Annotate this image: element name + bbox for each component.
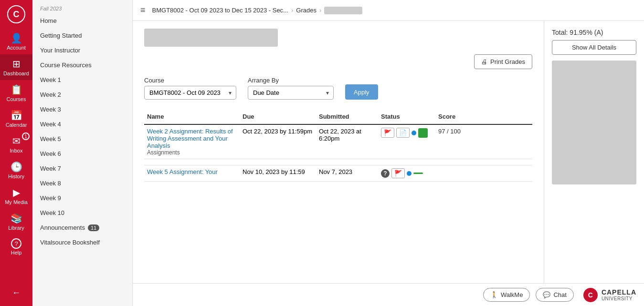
breadcrumb-bar: ≡ BMGT8002 - Oct 09 2023 to Dec 15 2023 … xyxy=(133,0,644,21)
total-grade: Total: 91.95% (A) xyxy=(552,29,636,36)
row2-status-cell: ? 🚩 xyxy=(378,165,435,182)
row1-assignment-type: Assignments xyxy=(147,149,237,156)
row2-status-icons: ? 🚩 xyxy=(381,168,433,178)
table-row: Week 5 Assignment: Your Nov 10, 2023 by … xyxy=(144,165,532,182)
row1-assignment-link[interactable]: Week 2 Assignment: Results of Writing As… xyxy=(147,128,233,149)
course-nav-item-week2[interactable]: Week 2 xyxy=(32,87,132,102)
course-nav-item-your-instructor[interactable]: Your Instructor xyxy=(32,43,132,58)
course-nav-item-week9[interactable]: Week 9 xyxy=(32,191,132,205)
breadcrumb-sep2: › xyxy=(319,7,321,14)
capella-name: CAPELLA xyxy=(602,288,636,296)
sidebar-item-inbox-wrap: ✉ Inbox 1 xyxy=(0,132,32,157)
arrange-select-wrap: Due DateAssignment NameCategory ▾ xyxy=(248,86,334,100)
breadcrumb-student-blur xyxy=(324,7,362,14)
inbox-icon: ✉ xyxy=(12,135,21,147)
row1-status-dot-blue xyxy=(412,131,416,135)
walkme-button[interactable]: 🚶 WalkMe xyxy=(483,288,530,302)
breadcrumb-grades[interactable]: Grades xyxy=(296,7,317,14)
row1-status-icons: 🚩 📄 xyxy=(381,128,433,138)
grades-table: Name Due Submitted Status Score Week 2 A… xyxy=(144,109,532,182)
course-nav-item-home[interactable]: Home xyxy=(32,13,132,28)
chat-button[interactable]: 💬 Chat xyxy=(536,288,573,302)
sidebar-item-dashboard[interactable]: ⊞ Dashboard xyxy=(0,54,32,80)
course-nav-item-week7[interactable]: Week 7 xyxy=(32,161,132,176)
inbox-badge: 1 xyxy=(22,133,30,140)
sidebar-item-label: Calendar xyxy=(6,122,27,128)
row2-submitted: Nov 7, 2023 xyxy=(319,168,352,175)
sidebar-item-my-media[interactable]: ▶ My Media xyxy=(0,183,32,209)
sidebar-item-courses[interactable]: 📋 Courses xyxy=(0,80,32,106)
row1-score-cell: 97 / 100 xyxy=(435,124,532,159)
right-panel-chart-blur xyxy=(552,61,636,184)
history-icon: 🕒 xyxy=(11,161,22,173)
sidebar-item-label: Library xyxy=(8,225,24,231)
row1-submitted-cell: Oct 22, 2023 at 6:20pm xyxy=(316,124,378,159)
arrange-control-group: Arrange By Due DateAssignment NameCatego… xyxy=(248,77,334,100)
course-nav-item-course-resources[interactable]: Course Resources xyxy=(32,58,132,72)
sidebar-item-label: Dashboard xyxy=(3,71,29,76)
course-select[interactable]: BMGT8002 - Oct 09 2023 xyxy=(144,86,236,100)
breadcrumb-course[interactable]: BMGT8002 - Oct 09 2023 to Dec 15 2023 - … xyxy=(152,7,288,14)
course-nav-item-week10[interactable]: Week 10 xyxy=(32,205,132,220)
my-media-icon: ▶ xyxy=(13,187,20,198)
sidebar-item-help[interactable]: ? Help xyxy=(0,235,32,259)
row2-assignment-link[interactable]: Week 5 Assignment: Your xyxy=(147,168,218,175)
course-nav-item-week6[interactable]: Week 6 xyxy=(32,146,132,161)
capella-logo-circle: C xyxy=(583,288,598,302)
arrange-select[interactable]: Due DateAssignment NameCategory xyxy=(248,86,334,100)
row1-status-cell: 🚩 📄 xyxy=(378,124,435,159)
print-row: 🖨 Print Grades xyxy=(144,54,532,69)
course-nav-item-announcements[interactable]: Announcements 11 xyxy=(32,220,132,235)
sidebar-item-label: My Media xyxy=(5,199,28,205)
course-nav-item-vitalsource[interactable]: Vitalsource Bookshelf xyxy=(32,235,132,250)
table-row: Week 2 Assignment: Results of Writing As… xyxy=(144,124,532,159)
printer-icon: 🖨 xyxy=(481,58,487,65)
courses-icon: 📋 xyxy=(11,84,22,95)
capella-logo: C CAPELLA UNIVERSITY xyxy=(583,288,636,302)
capella-sub: UNIVERSITY xyxy=(602,296,636,301)
library-icon: 📚 xyxy=(11,213,22,224)
walkme-icon: 🚶 xyxy=(490,291,498,298)
course-label: Course xyxy=(144,77,236,84)
course-nav-scroll: Fall 2023 Home Getting Started Your Inst… xyxy=(32,0,132,306)
course-nav-item-week4[interactable]: Week 4 xyxy=(32,117,132,132)
sidebar-item-history[interactable]: 🕒 History xyxy=(0,157,32,183)
course-nav-item-week5[interactable]: Week 5 xyxy=(32,132,132,146)
sidebar-item-calendar[interactable]: 📅 Calendar xyxy=(0,106,32,132)
col-score: Score xyxy=(435,109,532,124)
sidebar-item-label: Account xyxy=(7,45,26,51)
capella-text-block: CAPELLA UNIVERSITY xyxy=(602,288,636,301)
calendar-icon: 📅 xyxy=(11,110,22,121)
course-control-group: Course BMGT8002 - Oct 09 2023 ▾ xyxy=(144,77,236,100)
sidebar-item-account[interactable]: 👤 Account xyxy=(0,29,32,54)
chat-icon: 💬 xyxy=(543,291,550,298)
row2-score-cell xyxy=(435,165,532,182)
sidebar-item-label: Courses xyxy=(7,96,26,102)
app-logo[interactable]: C xyxy=(0,0,32,29)
menu-icon[interactable]: ≡ xyxy=(140,5,146,15)
help-icon: ? xyxy=(11,238,21,249)
print-grades-button[interactable]: 🖨 Print Grades xyxy=(474,54,532,69)
sidebar-item-inbox[interactable]: ✉ Inbox 1 xyxy=(0,132,32,157)
row2-question-mark: ? xyxy=(381,169,390,178)
grades-table-body: Week 2 Assignment: Results of Writing As… xyxy=(144,124,532,182)
apply-button[interactable]: Apply xyxy=(345,84,378,100)
arrange-by-label: Arrange By xyxy=(248,77,334,84)
row2-submitted-cell: Nov 7, 2023 xyxy=(316,165,378,182)
course-nav-item-week3[interactable]: Week 3 xyxy=(32,102,132,117)
sidebar-item-library[interactable]: 📚 Library xyxy=(0,209,32,235)
row1-flag-button[interactable]: 🚩 xyxy=(381,128,394,138)
row2-flag-button[interactable]: 🚩 xyxy=(391,168,405,178)
course-nav-item-getting-started[interactable]: Getting Started xyxy=(32,28,132,43)
course-nav-item-week8[interactable]: Week 8 xyxy=(32,176,132,191)
course-nav-item-week1[interactable]: Week 1 xyxy=(32,72,132,87)
row1-detail-button[interactable]: 📄 xyxy=(396,128,410,138)
content-area: 🖨 Print Grades Course BMGT8002 - Oct 09 … xyxy=(133,21,644,283)
sidebar-bottom: ← xyxy=(0,283,32,306)
right-panel: Total: 91.95% (A) Show All Details xyxy=(544,21,644,283)
show-all-details-button[interactable]: Show All Details xyxy=(552,40,636,55)
row2-due-cell: Nov 10, 2023 by 11:59 xyxy=(240,165,316,182)
sidebar-collapse-button[interactable]: ← xyxy=(0,283,32,302)
table-row-separator xyxy=(144,159,532,165)
row2-status-dot-blue xyxy=(407,171,412,176)
